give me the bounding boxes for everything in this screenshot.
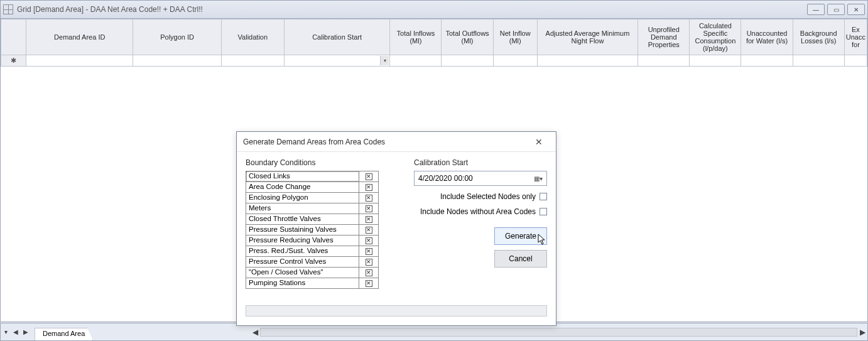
col-net-inflow[interactable]: Net Inflow (Ml) <box>493 19 537 55</box>
boundary-item-checkbox[interactable]: ✕ <box>359 225 378 235</box>
checked-icon: ✕ <box>366 195 372 202</box>
boundary-item-checkbox[interactable]: ✕ <box>359 193 378 203</box>
include-selected-nodes-checkbox[interactable] <box>540 193 547 200</box>
scroll-track[interactable] <box>260 328 857 337</box>
cell-unaccounted-water[interactable] <box>741 55 793 67</box>
col-unprofiled-demand[interactable]: Unprofiled Demand Properties <box>638 19 690 55</box>
demand-area-grid[interactable]: Demand Area ID Polygon ID Validation Cal… <box>1 19 867 67</box>
cell-calc-specific-consumption[interactable] <box>690 55 741 67</box>
cell-demand-area-id[interactable] <box>26 55 133 67</box>
progress-bar <box>246 305 547 317</box>
maximize-button[interactable]: ▭ <box>827 4 845 15</box>
boundary-item-checkbox[interactable]: ✕ <box>359 235 378 246</box>
col-demand-area-id[interactable]: Demand Area ID <box>26 19 133 55</box>
dialog-close-button[interactable]: ✕ <box>528 136 550 148</box>
generate-button[interactable]: Generate <box>494 227 547 245</box>
col-adj-min-night-flow[interactable]: Adjusted Average Minimum Night Flow <box>537 19 637 55</box>
col-validation[interactable]: Validation <box>221 19 284 55</box>
boundary-item-label: Area Code Change <box>246 182 359 192</box>
boundary-row[interactable]: Press. Red./Sust. Valves✕ <box>246 246 378 257</box>
cell-extra-unacc[interactable] <box>844 55 867 67</box>
boundary-item-label: "Open / Closed Valves" <box>246 268 359 278</box>
dialog-title: Generate Demand Areas from Area Codes <box>243 138 385 146</box>
tab-nav-dropdown[interactable]: ▾ <box>1 327 11 337</box>
boundary-conditions-label: Boundary Conditions <box>246 158 379 167</box>
cancel-button[interactable]: Cancel <box>494 250 547 268</box>
checked-icon: ✕ <box>366 216 372 223</box>
col-unaccounted-water[interactable]: Unaccounted for Water (l/s) <box>741 19 793 55</box>
cell-total-inflows[interactable] <box>390 55 442 67</box>
boundary-row[interactable]: Meters✕ <box>246 203 378 214</box>
calibration-start-label: Calibration Start <box>414 158 547 167</box>
boundary-row[interactable]: Area Code Change✕ <box>246 182 378 193</box>
checked-icon: ✕ <box>366 173 372 180</box>
boundary-item-label: Press. Red./Sust. Valves <box>246 246 359 256</box>
col-total-inflows[interactable]: Total Inflows (Ml) <box>390 19 442 55</box>
checked-icon: ✕ <box>366 184 372 191</box>
cell-adj-min-night-flow[interactable] <box>537 55 637 67</box>
tab-nav-next[interactable]: ▶ <box>21 327 31 337</box>
grid-icon <box>3 4 13 14</box>
boundary-item-label: Closed Links <box>246 171 359 181</box>
col-calc-specific-consumption[interactable]: Calculated Specific Consumption (l/p/day… <box>690 19 741 55</box>
cell-total-outflows[interactable] <box>442 55 493 67</box>
include-nodes-no-area-label: Include Nodes without Area Codes <box>420 207 536 216</box>
checked-icon: ✕ <box>366 248 372 255</box>
boundary-row[interactable]: Pressure Sustaining Valves✕ <box>246 225 378 235</box>
row-header-blank <box>1 19 26 55</box>
boundary-row[interactable]: Pressure Reducing Valves✕ <box>246 235 378 246</box>
boundary-row[interactable]: Closed Throttle Valves✕ <box>246 214 378 225</box>
window-title: Grid [Demand Area] - DAA Net Area Code!!… <box>17 5 203 14</box>
cell-validation[interactable] <box>221 55 284 67</box>
window-titlebar: Grid [Demand Area] - DAA Net Area Code!!… <box>0 0 868 19</box>
boundary-row[interactable]: Pressure Control Valves✕ <box>246 257 378 268</box>
scroll-left-icon[interactable]: ◀ <box>250 328 260 337</box>
col-polygon-id[interactable]: Polygon ID <box>133 19 221 55</box>
cell-background-losses[interactable] <box>793 55 844 67</box>
boundary-item-checkbox[interactable]: ✕ <box>359 182 378 192</box>
sheet-tab-demand-area[interactable]: Demand Area <box>35 328 93 340</box>
cell-polygon-id[interactable] <box>133 55 221 67</box>
checked-icon: ✕ <box>366 227 372 234</box>
new-row-marker[interactable]: ✱ <box>1 55 26 67</box>
dialog-titlebar: Generate Demand Areas from Area Codes ✕ <box>237 132 556 152</box>
col-total-outflows[interactable]: Total Outflows (Ml) <box>442 19 493 55</box>
cell-unprofiled-demand[interactable] <box>638 55 690 67</box>
scroll-right-icon[interactable]: ▶ <box>857 328 867 337</box>
boundary-conditions-table: Closed Links✕Area Code Change✕Enclosing … <box>246 171 379 289</box>
boundary-item-checkbox[interactable]: ✕ <box>359 171 378 181</box>
cell-net-inflow[interactable] <box>493 55 537 67</box>
boundary-item-checkbox[interactable]: ✕ <box>359 214 378 224</box>
boundary-item-label: Pressure Control Valves <box>246 257 359 267</box>
boundary-item-label: Pressure Sustaining Valves <box>246 225 359 235</box>
boundary-item-checkbox[interactable]: ✕ <box>359 246 378 256</box>
boundary-item-label: Pressure Reducing Valves <box>246 235 359 246</box>
boundary-item-label: Closed Throttle Valves <box>246 214 359 224</box>
include-nodes-no-area-checkbox[interactable] <box>540 208 547 215</box>
checked-icon: ✕ <box>366 259 372 266</box>
chevron-down-icon[interactable]: ▾ <box>380 56 389 65</box>
calendar-icon[interactable]: ▦▾ <box>534 175 543 182</box>
cell-calibration-start[interactable]: ▾ <box>284 55 389 67</box>
tab-nav-prev[interactable]: ◀ <box>11 327 21 337</box>
col-background-losses[interactable]: Background Losses (l/s) <box>793 19 844 55</box>
boundary-item-label: Meters <box>246 203 359 214</box>
boundary-row[interactable]: Pumping Stations✕ <box>246 278 378 289</box>
boundary-row[interactable]: Closed Links✕ <box>246 171 378 182</box>
minimize-button[interactable]: — <box>807 4 825 15</box>
col-calibration-start[interactable]: Calibration Start <box>284 19 389 55</box>
boundary-item-checkbox[interactable]: ✕ <box>359 257 378 267</box>
generate-demand-areas-dialog: Generate Demand Areas from Area Codes ✕ … <box>236 131 556 326</box>
checked-icon: ✕ <box>366 205 372 212</box>
boundary-row[interactable]: Enclosing Polygon✕ <box>246 193 378 203</box>
horizontal-scrollbar[interactable]: ◀ ▶ <box>250 323 867 340</box>
boundary-item-label: Enclosing Polygon <box>246 193 359 203</box>
calibration-start-input[interactable]: 4/20/2020 00:00 ▦▾ <box>414 171 547 186</box>
col-extra-unacc[interactable]: Ex Unacc for <box>844 19 867 55</box>
boundary-item-checkbox[interactable]: ✕ <box>359 203 378 214</box>
boundary-row[interactable]: "Open / Closed Valves"✕ <box>246 268 378 278</box>
boundary-item-checkbox[interactable]: ✕ <box>359 278 378 288</box>
checked-icon: ✕ <box>366 269 372 276</box>
boundary-item-checkbox[interactable]: ✕ <box>359 268 378 278</box>
close-window-button[interactable]: ✕ <box>847 4 865 15</box>
